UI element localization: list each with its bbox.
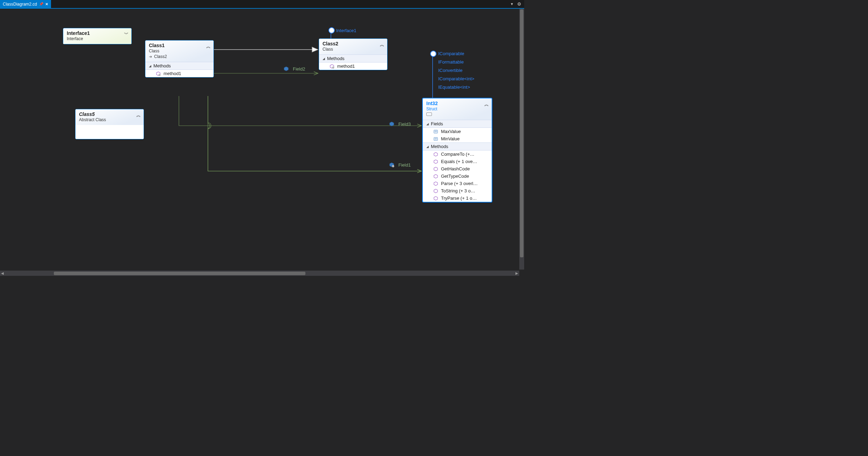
method-icon <box>433 159 438 164</box>
shape-stereotype: Class <box>149 49 210 53</box>
member-name: TryParse (+ 1 o… <box>441 196 477 201</box>
collapse-icon: ◢ <box>426 122 429 126</box>
member-name: GetHashCode <box>441 166 470 171</box>
member-name: MinValue <box>441 136 460 141</box>
lollipop-label-iequatable-int: IEquatable<int> <box>438 84 470 90</box>
metadata-icon <box>426 112 432 116</box>
document-tab[interactable]: ClassDiagram2.cd 📌 × <box>0 0 51 8</box>
close-icon[interactable]: × <box>45 1 48 7</box>
member-maxvalue[interactable]: MaxValue <box>423 128 492 135</box>
section-title: Methods <box>153 63 171 68</box>
shape-name: Class2 <box>323 41 384 46</box>
shape-stereotype: Struct <box>426 106 488 111</box>
scroll-right-icon[interactable]: ▶ <box>514 271 519 275</box>
chevron-up-icon[interactable]: ︽ <box>136 112 141 118</box>
chevron-up-icon[interactable]: ︽ <box>484 101 489 108</box>
tab-title: ClassDiagram2.cd <box>3 2 37 7</box>
lollipop-int32[interactable] <box>430 51 436 57</box>
constant-icon <box>433 129 438 134</box>
shape-name: Class5 <box>79 111 140 117</box>
method-private-icon <box>330 64 334 69</box>
section-title: Methods <box>327 56 345 61</box>
shape-int32[interactable]: Int32 Struct ︽ ◢ Fields MaxValue MinValu… <box>422 98 492 203</box>
tab-bar-right: ▼ ⚙ <box>510 0 524 8</box>
collapse-icon: ◢ <box>426 145 429 148</box>
member-name: Parse (+ 3 overl… <box>441 181 478 186</box>
chevron-up-icon[interactable]: ︽ <box>206 43 211 50</box>
member-method1[interactable]: method1 <box>319 62 387 70</box>
member-compareto[interactable]: CompareTo (+… <box>423 150 492 158</box>
shape-name: Interface1 <box>67 30 128 36</box>
member-name: MaxValue <box>441 129 461 134</box>
method-icon <box>433 181 438 186</box>
member-gettypecode[interactable]: GetTypeCode <box>423 172 492 180</box>
member-name: GetTypeCode <box>441 174 469 179</box>
shape-name: Int32 <box>426 101 488 106</box>
member-name: Equals (+ 1 ove… <box>441 159 477 164</box>
horizontal-scrollbar-track[interactable] <box>5 272 514 275</box>
method-icon <box>433 152 438 157</box>
association-label-field2: Field2 <box>293 66 305 72</box>
svg-rect-11 <box>434 137 438 140</box>
section-title: Fields <box>431 121 443 126</box>
member-tryparse[interactable]: TryParse (+ 1 o… <box>423 194 492 202</box>
shape-class2[interactable]: Class2 Class ︽ ◢ Methods method1 <box>319 38 388 70</box>
constant-icon <box>433 137 438 141</box>
method-icon <box>433 167 438 171</box>
horizontal-scrollbar-thumb[interactable] <box>54 272 305 275</box>
lollipop-label-interface1: Interface1 <box>336 28 356 33</box>
section-header-methods[interactable]: ◢ Methods <box>423 142 492 150</box>
lollipop-label-iformattable: IFormattable <box>438 59 464 65</box>
collapse-icon: ◢ <box>149 64 151 68</box>
section-title: Methods <box>431 144 448 149</box>
dropdown-icon[interactable]: ▼ <box>510 2 514 6</box>
method-private-icon <box>156 71 161 76</box>
chevron-up-icon[interactable]: ︽ <box>380 42 384 48</box>
member-equals[interactable]: Equals (+ 1 ove… <box>423 158 492 165</box>
member-parse[interactable]: Parse (+ 3 overl… <box>423 180 492 187</box>
field-icon <box>283 66 289 72</box>
shape-name: Class1 <box>149 43 210 48</box>
member-minvalue[interactable]: MinValue <box>423 135 492 142</box>
field-icon <box>389 121 395 127</box>
shape-class1[interactable]: Class1 Class ➜ Class2 ︽ ◢ Methods method… <box>145 40 214 78</box>
editor-window: ClassDiagram2.cd 📌 × ▼ ⚙ <box>0 0 524 276</box>
collapse-icon: ◢ <box>323 57 325 60</box>
shape-stereotype: Class <box>323 47 384 52</box>
section-header-fields[interactable]: ◢ Fields <box>423 120 492 128</box>
svg-rect-15 <box>393 166 394 167</box>
member-name: method1 <box>164 71 181 76</box>
section-header-methods[interactable]: ◢ Methods <box>145 62 214 70</box>
lollipop-label-icomparable: IComparable <box>438 51 464 56</box>
base-class-row: ➜ Class2 <box>149 54 210 59</box>
shape-interface1[interactable]: Interface1 Interface ︾ <box>63 28 132 44</box>
pin-icon[interactable]: 📌 <box>39 2 43 6</box>
scroll-left-icon[interactable]: ◀ <box>0 271 5 275</box>
inherits-arrow-icon: ➜ <box>149 54 152 59</box>
member-method1[interactable]: method1 <box>145 70 214 77</box>
tab-bar: ClassDiagram2.cd 📌 × ▼ ⚙ <box>0 0 524 9</box>
diagram-canvas[interactable]: Interface1 Interface ︾ Class1 Class ➜ Cl… <box>0 17 519 276</box>
vertical-scrollbar[interactable] <box>519 9 524 270</box>
gear-icon[interactable]: ⚙ <box>517 1 521 7</box>
section-header-methods[interactable]: ◢ Methods <box>319 54 387 62</box>
method-icon <box>433 196 438 201</box>
svg-rect-5 <box>159 74 160 75</box>
vertical-scrollbar-thumb[interactable] <box>520 9 523 257</box>
lollipop-label-iconvertible: IConvertible <box>438 68 462 73</box>
member-tostring[interactable]: ToString (+ 3 o… <box>423 187 492 194</box>
shape-body <box>75 125 144 139</box>
shape-class5[interactable]: Class5 Abstract Class ︽ <box>75 109 144 139</box>
horizontal-scrollbar[interactable]: ◀ ▶ <box>0 271 519 276</box>
lollipop-label-icomparable-int: IComparable<int> <box>438 76 474 81</box>
association-label-field3: Field3 <box>398 122 411 127</box>
field-private-icon <box>389 162 395 168</box>
svg-rect-8 <box>434 130 438 133</box>
member-gethashcode[interactable]: GetHashCode <box>423 165 492 172</box>
member-name: CompareTo (+… <box>441 152 475 157</box>
lollipop-interface1[interactable] <box>328 27 335 34</box>
svg-rect-7 <box>333 67 334 68</box>
base-class-name: Class2 <box>154 54 167 59</box>
member-name: method1 <box>337 64 355 69</box>
chevron-down-icon[interactable]: ︾ <box>124 31 129 37</box>
